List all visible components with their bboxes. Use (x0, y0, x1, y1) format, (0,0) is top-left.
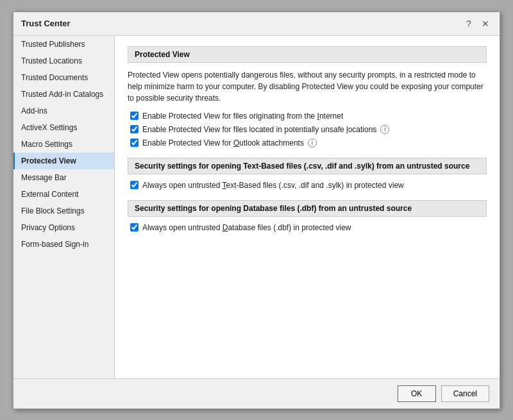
description-text: Protected View opens potentially dangero… (128, 69, 487, 104)
sidebar-item-form-based-sign-in[interactable]: Form-based Sign-in (13, 236, 114, 253)
enable-unsafe-locations-label[interactable]: Enable Protected View for files located … (142, 125, 376, 134)
always-open-text-based-label[interactable]: Always open untrusted Text-Based files (… (142, 181, 404, 190)
unsafe-locations-info-icon[interactable]: i (380, 125, 389, 134)
sidebar-item-message-bar[interactable]: Message Bar (13, 169, 114, 186)
sidebar-item-privacy-options[interactable]: Privacy Options (13, 219, 114, 236)
sidebar-item-trusted-documents[interactable]: Trusted Documents (13, 69, 114, 86)
enable-internet-checkbox[interactable] (130, 112, 139, 120)
underline-database: D (223, 223, 228, 232)
ok-button[interactable]: OK (398, 385, 436, 402)
always-open-database-checkbox[interactable] (130, 223, 139, 231)
protected-view-section: Protected View Protected View opens pote… (128, 46, 487, 147)
checkbox-row-text-based: Always open untrusted Text-Based files (… (130, 181, 487, 190)
main-section-header: Protected View (128, 46, 487, 63)
content-area: Protected View Protected View opens pote… (115, 36, 500, 378)
cancel-button[interactable]: Cancel (441, 385, 489, 402)
sidebar-item-external-content[interactable]: External Content (13, 186, 114, 203)
sidebar-item-activex-settings[interactable]: ActiveX Settings (13, 119, 114, 136)
enable-internet-label[interactable]: Enable Protected View for files originat… (142, 112, 343, 121)
checkbox-row-unsafe-locations: Enable Protected View for files located … (130, 125, 487, 134)
dialog-title: Trust Center (21, 19, 71, 28)
text-based-section-header: Security settings for opening Text-Based… (128, 158, 487, 174)
underline-outlook: O (233, 139, 239, 147)
enable-outlook-checkbox[interactable] (130, 139, 139, 147)
title-bar: Trust Center ? ✕ (13, 12, 500, 36)
title-bar-controls: ? ✕ (462, 17, 492, 30)
always-open-text-based-checkbox[interactable] (130, 181, 139, 189)
sidebar: Trusted PublishersTrusted LocationsTrust… (13, 36, 115, 378)
sidebar-item-add-ins[interactable]: Add-ins (13, 103, 114, 119)
sidebar-item-file-block-settings[interactable]: File Block Settings (13, 203, 114, 219)
always-open-database-label[interactable]: Always open untrusted Database files (.d… (142, 223, 351, 232)
help-button[interactable]: ? (462, 17, 475, 30)
checkbox-row-internet: Enable Protected View for files originat… (130, 112, 487, 121)
enable-unsafe-locations-checkbox[interactable] (130, 125, 139, 133)
underline-locations: l (346, 125, 348, 134)
checkbox-row-database: Always open untrusted Database files (.d… (130, 223, 487, 232)
sidebar-item-protected-view[interactable]: Protected View (13, 153, 114, 169)
close-button[interactable]: ✕ (479, 17, 492, 30)
sidebar-item-trusted-publishers[interactable]: Trusted Publishers (13, 36, 114, 53)
sidebar-item-macro-settings[interactable]: Macro Settings (13, 136, 114, 153)
trust-center-dialog: Trust Center ? ✕ Trusted PublishersTrust… (13, 12, 500, 409)
underline-text-based: T (223, 181, 226, 190)
database-section: Security settings for opening Database f… (128, 200, 487, 232)
dialog-body: Trusted PublishersTrusted LocationsTrust… (13, 36, 500, 378)
underline-internet: I (317, 112, 319, 121)
database-section-header: Security settings for opening Database f… (128, 200, 487, 217)
text-based-section: Security settings for opening Text-Based… (128, 158, 487, 190)
sidebar-item-trusted-add-in-catalogs[interactable]: Trusted Add-in Catalogs (13, 86, 114, 103)
outlook-info-icon[interactable]: i (308, 139, 317, 147)
sidebar-item-trusted-locations[interactable]: Trusted Locations (13, 53, 114, 69)
checkbox-row-outlook: Enable Protected View for Outlook attach… (130, 139, 487, 147)
dialog-footer: OK Cancel (13, 378, 500, 408)
enable-outlook-label[interactable]: Enable Protected View for Outlook attach… (142, 139, 304, 147)
